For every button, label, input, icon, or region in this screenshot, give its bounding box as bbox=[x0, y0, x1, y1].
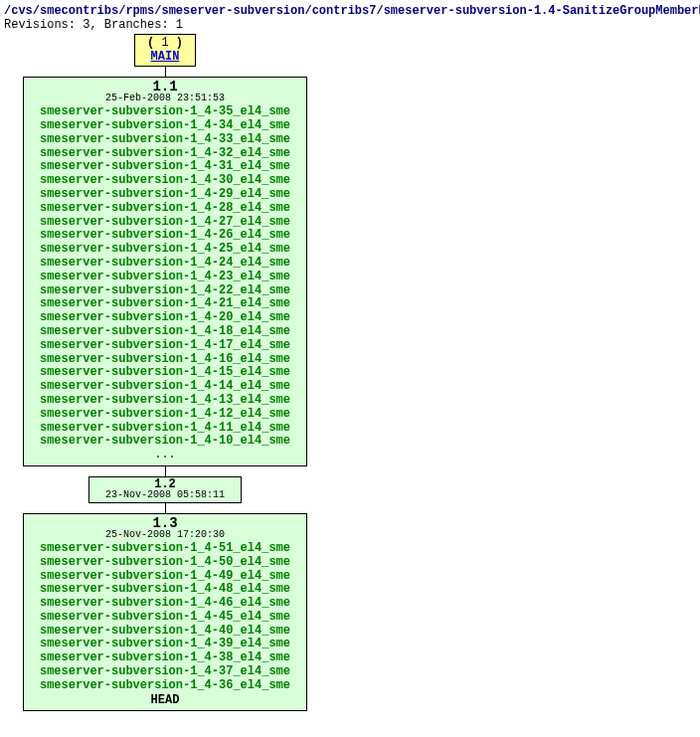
tag-label: smeserver-subversion-1_4-35_el4_sme bbox=[27, 105, 303, 119]
connector bbox=[165, 466, 166, 476]
revision-box-1-1[interactable]: 1.1 25-Feb-2008 23:51:53 smeserver-subve… bbox=[23, 77, 307, 466]
revision-box-1-2[interactable]: 1.2 23-Nov-2008 05:58:11 bbox=[88, 476, 242, 503]
tag-label: smeserver-subversion-1_4-11_el4_sme bbox=[27, 422, 303, 436]
tag-label: smeserver-subversion-1_4-15_el4_sme bbox=[27, 366, 303, 380]
tag-label: smeserver-subversion-1_4-30_el4_sme bbox=[27, 174, 303, 188]
tag-label: smeserver-subversion-1_4-12_el4_sme bbox=[27, 408, 303, 422]
tag-label: smeserver-subversion-1_4-16_el4_sme bbox=[27, 353, 303, 367]
tag-label: smeserver-subversion-1_4-18_el4_sme bbox=[27, 325, 303, 339]
tag-label: smeserver-subversion-1_4-24_el4_sme bbox=[27, 257, 303, 271]
tag-label: smeserver-subversion-1_4-23_el4_sme bbox=[27, 271, 303, 284]
tag-label: smeserver-subversion-1_4-32_el4_sme bbox=[27, 147, 303, 161]
tag-label: smeserver-subversion-1_4-25_el4_sme bbox=[27, 243, 303, 257]
revision-date: 25-Nov-2008 17:20:30 bbox=[27, 530, 303, 540]
tag-label: smeserver-subversion-1_4-34_el4_sme bbox=[27, 119, 303, 133]
tag-label: smeserver-subversion-1_4-20_el4_sme bbox=[27, 311, 303, 325]
bracket-left: ( bbox=[147, 36, 161, 50]
tag-label: smeserver-subversion-1_4-33_el4_sme bbox=[27, 133, 303, 147]
file-path: /cvs/smecontribs/rpms/smeserver-subversi… bbox=[4, 4, 700, 18]
revision-date: 23-Nov-2008 05:58:11 bbox=[105, 490, 225, 500]
tag-label: smeserver-subversion-1_4-37_el4_sme bbox=[27, 665, 303, 679]
tag-label: smeserver-subversion-1_4-27_el4_sme bbox=[27, 216, 303, 230]
branch-box-main[interactable]: ( 1 ) MAIN bbox=[134, 34, 196, 67]
branch-label: MAIN bbox=[147, 50, 183, 64]
tag-label: smeserver-subversion-1_4-50_el4_sme bbox=[27, 556, 303, 570]
head-label: HEAD bbox=[27, 693, 303, 707]
revision-title: 1.3 bbox=[27, 516, 303, 530]
bracket-right: ) bbox=[169, 36, 183, 50]
revision-summary: Revisions: 3, Branches: 1 bbox=[4, 18, 700, 32]
tag-label: smeserver-subversion-1_4-51_el4_sme bbox=[27, 542, 303, 556]
revision-title: 1.1 bbox=[27, 80, 303, 93]
tag-label: smeserver-subversion-1_4-17_el4_sme bbox=[27, 339, 303, 353]
tag-label: smeserver-subversion-1_4-28_el4_sme bbox=[27, 202, 303, 216]
connector bbox=[165, 67, 166, 77]
tag-label: smeserver-subversion-1_4-14_el4_sme bbox=[27, 380, 303, 394]
tag-label: smeserver-subversion-1_4-10_el4_sme bbox=[27, 435, 303, 449]
tag-label: smeserver-subversion-1_4-31_el4_sme bbox=[27, 160, 303, 174]
tag-label: smeserver-subversion-1_4-13_el4_sme bbox=[27, 394, 303, 408]
more-indicator: ... bbox=[27, 449, 303, 462]
tag-label: smeserver-subversion-1_4-48_el4_sme bbox=[27, 583, 303, 597]
tag-label: smeserver-subversion-1_4-22_el4_sme bbox=[27, 284, 303, 298]
branch-num: 1 bbox=[161, 36, 168, 50]
tag-label: smeserver-subversion-1_4-21_el4_sme bbox=[27, 297, 303, 311]
revision-box-1-3[interactable]: 1.3 25-Nov-2008 17:20:30 smeserver-subve… bbox=[23, 513, 307, 711]
tag-label: smeserver-subversion-1_4-38_el4_sme bbox=[27, 651, 303, 665]
tag-label: smeserver-subversion-1_4-49_el4_sme bbox=[27, 570, 303, 584]
tag-label: smeserver-subversion-1_4-40_el4_sme bbox=[27, 625, 303, 639]
connector bbox=[165, 503, 166, 513]
tag-label: smeserver-subversion-1_4-29_el4_sme bbox=[27, 188, 303, 202]
tag-label: smeserver-subversion-1_4-36_el4_sme bbox=[27, 679, 303, 693]
tag-label: smeserver-subversion-1_4-39_el4_sme bbox=[27, 638, 303, 651]
tag-label: smeserver-subversion-1_4-46_el4_sme bbox=[27, 597, 303, 611]
revision-graph: ( 1 ) MAIN 1.1 25-Feb-2008 23:51:53 smes… bbox=[4, 34, 700, 711]
revision-date: 25-Feb-2008 23:51:53 bbox=[27, 93, 303, 103]
tag-label: smeserver-subversion-1_4-45_el4_sme bbox=[27, 611, 303, 625]
tag-label: smeserver-subversion-1_4-26_el4_sme bbox=[27, 229, 303, 243]
